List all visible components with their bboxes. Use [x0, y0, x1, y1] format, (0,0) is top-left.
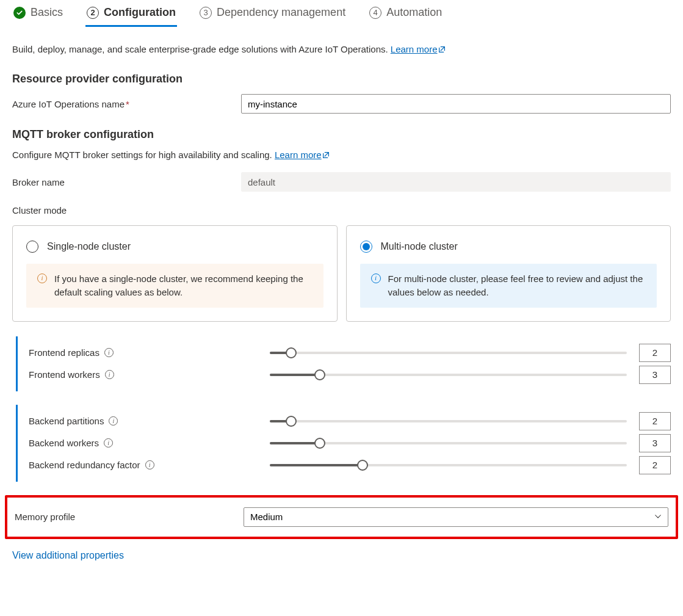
info-icon: i: [371, 274, 381, 283]
info-icon[interactable]: i: [109, 416, 118, 426]
intro-text: Build, deploy, manage, and scale enterpr…: [12, 44, 671, 56]
wizard-tabs: Basics 2 Configuration 3 Dependency mana…: [12, 6, 671, 27]
external-link-icon: [322, 151, 330, 161]
memory-profile-select[interactable]: [244, 507, 668, 527]
backend-redundancy-slider[interactable]: [270, 464, 627, 466]
step-circle-4: 4: [369, 7, 381, 19]
memory-profile-label: Memory profile: [15, 512, 244, 522]
backend-redundancy-label: Backend redundancy factor: [29, 460, 140, 470]
provider-heading: Resource provider configuration: [12, 73, 671, 85]
frontend-sliders: Frontend replicasi 2 Frontend workersi 3: [16, 336, 671, 391]
backend-partitions-label: Backend partitions: [29, 416, 104, 426]
memory-profile-highlight: Memory profile: [5, 495, 678, 539]
frontend-workers-label: Frontend workers: [29, 369, 100, 380]
view-additional-properties-link[interactable]: View additional properties: [12, 550, 671, 561]
frontend-replicas-value[interactable]: 2: [639, 344, 671, 362]
frontend-replicas-slider[interactable]: [270, 352, 627, 354]
backend-workers-slider[interactable]: [270, 442, 627, 444]
step-circle-3: 3: [200, 7, 212, 19]
tab-configuration-label: Configuration: [104, 6, 176, 19]
required-asterisk: *: [126, 99, 129, 109]
step-circle-2: 2: [87, 7, 99, 19]
provider-name-row: Azure IoT Operations name*: [12, 94, 671, 114]
broker-subtext: Configure MQTT broker settings for high …: [12, 150, 671, 161]
broker-heading: MQTT broker configuration: [12, 128, 671, 141]
cluster-multi-card[interactable]: Multi-node cluster i For multi-node clus…: [346, 225, 671, 322]
cluster-multi-title: Multi-node cluster: [381, 241, 458, 252]
radio-multi[interactable]: [360, 241, 372, 253]
provider-name-input[interactable]: [241, 94, 671, 114]
check-icon: [13, 7, 26, 19]
backend-workers-value[interactable]: 3: [639, 434, 671, 452]
backend-sliders: Backend partitionsi 2 Backend workersi 3…: [16, 405, 671, 482]
cluster-single-info: i If you have a single-node cluster, we …: [26, 264, 323, 308]
info-icon[interactable]: i: [105, 370, 114, 379]
info-icon[interactable]: i: [104, 438, 113, 448]
frontend-workers-slider[interactable]: [270, 374, 627, 376]
cluster-single-card[interactable]: Single-node cluster i If you have a sing…: [12, 225, 338, 322]
intro-learn-more-link[interactable]: Learn more: [391, 44, 446, 54]
broker-name-row: Broker name: [12, 172, 671, 192]
info-icon[interactable]: i: [104, 348, 114, 357]
tab-dependency[interactable]: 3 Dependency management: [198, 6, 347, 27]
backend-partitions-slider[interactable]: [270, 420, 627, 422]
frontend-replicas-label: Frontend replicas: [29, 347, 99, 358]
tab-basics-label: Basics: [31, 6, 63, 19]
tab-dependency-label: Dependency management: [217, 6, 345, 19]
tab-automation[interactable]: 4 Automation: [368, 6, 443, 27]
backend-workers-label: Backend workers: [29, 438, 99, 448]
tab-configuration[interactable]: 2 Configuration: [85, 6, 177, 27]
info-icon[interactable]: i: [145, 460, 154, 469]
frontend-workers-value[interactable]: 3: [639, 366, 671, 384]
broker-learn-more-link[interactable]: Learn more: [275, 150, 330, 160]
provider-name-label: Azure IoT Operations name*: [12, 99, 241, 109]
broker-name-label: Broker name: [12, 177, 241, 187]
cluster-multi-info: i For multi-node cluster, please feel fr…: [360, 264, 657, 308]
broker-name-input: [241, 172, 671, 192]
radio-single[interactable]: [26, 241, 38, 253]
cluster-mode-label: Cluster mode: [12, 205, 671, 216]
tab-basics[interactable]: Basics: [12, 6, 64, 27]
backend-partitions-value[interactable]: 2: [639, 412, 671, 430]
info-icon: i: [37, 274, 47, 283]
cluster-single-title: Single-node cluster: [47, 241, 131, 252]
external-link-icon: [438, 45, 446, 56]
tab-automation-label: Automation: [386, 6, 442, 19]
backend-redundancy-value[interactable]: 2: [639, 456, 671, 474]
cluster-mode-options: Single-node cluster i If you have a sing…: [12, 225, 671, 322]
